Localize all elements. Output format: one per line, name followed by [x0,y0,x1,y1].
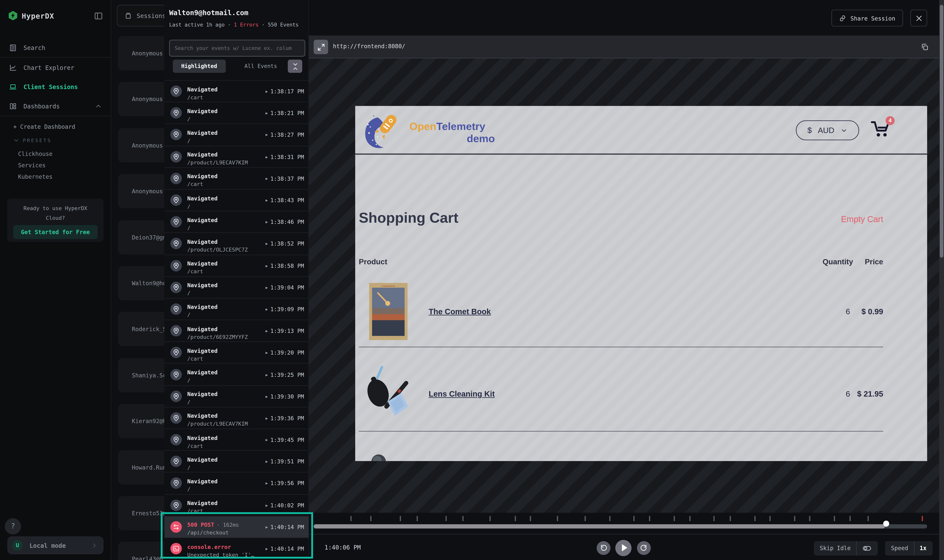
preset-item[interactable]: Kubernetes [18,171,52,182]
event-time[interactable]: ▶1:38:52 PM [266,240,304,247]
event-time[interactable]: ▶1:39:13 PM [266,328,304,334]
event-time[interactable]: ▶1:40:14 PM [266,545,304,552]
event-time[interactable]: ▶1:39:45 PM [266,437,304,443]
tab-sessions[interactable]: Sessions [117,5,165,26]
event-time[interactable]: ▶1:38:27 PM [266,131,304,138]
event-row[interactable]: Navigated /product/L9ECAV7KIM ▶1:38:31 P… [165,145,309,167]
session-list-item[interactable]: Deion37@gm [118,220,164,254]
timeline-tick [417,516,418,521]
speed-control[interactable]: Speed 1x [885,541,933,555]
share-session-button[interactable]: Share Session [831,10,903,26]
event-type-icon [171,129,182,141]
event-row[interactable]: Navigated / ▶1:39:09 PM [165,298,309,320]
scrollbar-track[interactable] [939,0,944,560]
session-list-item[interactable]: Anonymous [118,82,164,116]
session-list-item[interactable]: Walton9@ho [118,266,164,300]
event-time[interactable]: ▶1:39:36 PM [266,415,304,421]
event-row[interactable]: Navigated / ▶1:38:43 PM [165,189,309,211]
fullscreen-icon[interactable] [314,40,328,54]
event-row[interactable]: Navigated / ▶1:39:25 PM [165,363,309,385]
product-link[interactable]: The Comet Book [429,307,491,316]
product-image-lens-kit[interactable] [361,364,416,418]
session-list-item[interactable]: Kieran92@h [118,404,164,438]
session-list-item[interactable]: Anonymous [118,36,164,71]
event-row[interactable]: Navigated /cart ▶1:39:20 PM [165,342,309,363]
event-row[interactable]: Navigated /cart ▶1:38:17 PM [165,80,309,102]
event-time[interactable]: ▶1:39:25 PM [266,371,304,378]
event-time[interactable]: ▶1:40:02 PM [266,502,304,508]
event-time[interactable]: ▶1:39:09 PM [266,306,304,312]
event-row[interactable]: Navigated /product/OLJCESPC7Z ▶1:38:52 P… [165,232,309,254]
fast-forward-button[interactable] [637,541,651,555]
event-time[interactable]: ▶1:40:14 PM [266,524,304,530]
tab-all-events[interactable]: All Events [245,60,277,73]
app-root: HyperDX Search Chart Explorer Client Ses… [0,0,944,560]
event-row[interactable]: Navigated / ▶1:39:30 PM [165,385,309,407]
event-type-icon [171,347,182,358]
event-row[interactable]: Navigated /cart ▶1:39:45 PM [165,429,309,450]
event-row[interactable]: Navigated /cart ▶1:40:02 PM [165,494,309,515]
play-button[interactable] [615,540,631,556]
currency-select[interactable]: $ AUD [796,120,859,140]
product-link[interactable]: Lens Cleaning Kit [429,389,495,398]
event-time[interactable]: ▶1:39:30 PM [266,393,304,400]
event-time[interactable]: ▶1:38:46 PM [266,218,304,225]
event-time[interactable]: ▶1:38:21 PM [266,110,304,116]
event-time[interactable]: ▶1:38:31 PM [266,153,304,160]
session-list-item[interactable]: Ernesto53@ [118,496,164,530]
event-type-icon [171,282,182,293]
timeline-track[interactable] [314,524,927,528]
session-list-item[interactable]: Shaniya.Sc [118,358,164,392]
product-image-comet-book[interactable]: Cometenbuch [369,283,408,340]
event-row[interactable]: Navigated /product/6E92ZMYYFZ ▶1:39:13 P… [165,320,309,342]
cart-button[interactable]: 4 [871,120,892,140]
event-time[interactable]: ▶1:39:51 PM [266,458,304,465]
event-row[interactable]: Navigated / ▶1:38:21 PM [165,102,309,123]
event-row[interactable]: Navigated / ▶1:38:46 PM [165,211,309,232]
close-session-button[interactable] [910,10,927,26]
session-list-item[interactable]: Roderick_S [118,312,164,346]
copy-url-icon[interactable] [918,40,932,54]
session-list-item[interactable]: Pearl43@h [118,542,164,560]
event-row[interactable]: Navigated /cart ▶1:38:37 PM [165,167,309,189]
session-list-item[interactable]: Howard.Run [118,450,164,484]
preset-item[interactable]: Services [18,160,52,171]
get-started-button[interactable]: Get Started for Free [13,225,97,239]
event-time[interactable]: ▶1:38:37 PM [266,175,304,182]
collapse-panel-button[interactable] [288,60,302,73]
rewind-button[interactable] [596,541,610,555]
event-row[interactable]: Navigated / ▶1:39:51 PM [165,451,309,472]
local-mode-button[interactable]: U Local mode [7,536,103,554]
event-search-input[interactable] [169,40,305,57]
event-row[interactable]: Navigated /cart ▶1:38:58 PM [165,254,309,276]
event-time[interactable]: ▶1:38:43 PM [266,197,304,203]
presets-header[interactable]: PRESETS [13,137,51,143]
session-list-item[interactable]: Anonymous [118,128,164,162]
event-time[interactable]: ▶1:39:56 PM [266,480,304,487]
create-dashboard-link[interactable]: + Create Dashboard [13,123,75,130]
event-time[interactable]: ▶1:39:04 PM [266,284,304,291]
skip-idle-toggle[interactable]: Skip Idle [814,541,878,555]
event-row[interactable]: 500 POST· 162ms /api/checkout ▶1:40:14 P… [165,515,309,537]
event-row[interactable]: Navigated / ▶1:39:04 PM [165,276,309,298]
event-row[interactable]: Navigated / ▶1:38:27 PM [165,123,309,145]
event-time[interactable]: ▶1:38:17 PM [266,88,304,94]
empty-cart-button[interactable]: Empty Cart [841,214,883,224]
event-row[interactable]: console.error Unexpected token 'I'… ▶1:4… [165,537,309,559]
preset-item[interactable]: Clickhouse [18,148,52,160]
sidebar-item-client-sessions[interactable]: Client Sessions [0,77,111,96]
sidebar-item-chart-explorer[interactable]: Chart Explorer [0,58,111,77]
event-time[interactable]: ▶1:38:58 PM [266,262,304,269]
sidebar-item-dashboards[interactable]: Dashboards [0,96,111,115]
scrollbar-thumb[interactable] [940,5,943,258]
sidebar-collapse-icon[interactable] [94,11,103,20]
event-row[interactable]: Navigated /product/L9ECAV7KIM ▶1:39:36 P… [165,407,309,429]
session-list-item[interactable]: Anonymous [118,174,164,208]
tab-highlighted[interactable]: Highlighted [173,60,225,73]
chevron-up-icon [95,103,102,109]
event-time[interactable]: ▶1:39:20 PM [266,349,304,356]
column-header-product: Product [359,257,387,266]
event-row[interactable]: Navigated / ▶1:39:56 PM [165,472,309,494]
sidebar-item-search[interactable]: Search [0,38,111,57]
help-button[interactable]: ? [5,518,21,534]
